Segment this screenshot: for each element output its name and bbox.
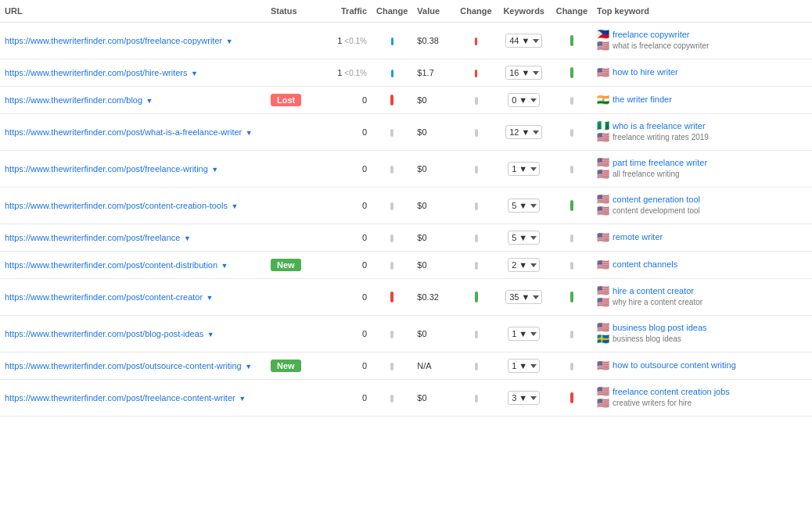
url-dropdown-arrow[interactable]: ▼ <box>229 202 238 210</box>
keywords-select[interactable]: 1 ▼ <box>508 327 540 341</box>
kw-change-cell <box>552 87 592 114</box>
keyword-link[interactable]: part time freelance writer <box>613 158 707 167</box>
url-dropdown-arrow[interactable]: ▼ <box>189 70 198 77</box>
keywords-cell[interactable]: 5 ▼ <box>497 188 552 224</box>
flag-icon: 🇺🇸 <box>597 386 609 396</box>
primary-keyword[interactable]: remote writer <box>613 232 663 242</box>
keywords-cell[interactable]: 1 ▼ <box>497 352 552 380</box>
primary-keyword[interactable]: part time freelance writer <box>613 158 707 167</box>
keyword-row: 🇺🇸creative writers for hire <box>597 398 807 408</box>
keywords-select[interactable]: 1 ▼ <box>508 359 540 373</box>
keywords-select[interactable]: 2 ▼ <box>508 258 540 272</box>
url-cell: https://www.thewriterfinder.com/post/hir… <box>0 59 266 87</box>
traffic-change-cell <box>372 279 412 316</box>
url-dropdown-arrow[interactable]: ▼ <box>205 331 214 338</box>
primary-keyword[interactable]: how to hire writer <box>613 67 678 77</box>
primary-keyword[interactable]: business blog post ideas <box>613 323 706 332</box>
traffic-change-bar <box>390 202 393 210</box>
keywords-select[interactable]: 3 ▼ <box>508 391 540 405</box>
keyword-link[interactable]: how to hire writer <box>613 67 678 77</box>
keywords-select[interactable]: 16 ▼ <box>505 66 542 80</box>
flag-icon: 🇺🇸 <box>597 360 609 370</box>
url-link[interactable]: https://www.thewriterfinder.com/post/blo… <box>5 329 203 338</box>
keyword-link[interactable]: how to outsource content writing <box>613 360 736 370</box>
url-dropdown-arrow[interactable]: ▼ <box>237 395 246 403</box>
status-cell <box>266 59 313 87</box>
url-link[interactable]: https://www.thewriterfinder.com/post/con… <box>5 260 217 270</box>
keywords-cell[interactable]: 16 ▼ <box>497 59 552 87</box>
url-link[interactable]: https://www.thewriterfinder.com/post/hir… <box>5 68 188 77</box>
keywords-cell[interactable]: 5 ▼ <box>497 224 552 252</box>
keyword-link[interactable]: content generation tool <box>613 195 700 204</box>
primary-keyword[interactable]: how to outsource content writing <box>613 360 736 370</box>
keywords-select[interactable]: 44 ▼ <box>505 34 542 48</box>
url-dropdown-arrow[interactable]: ▼ <box>210 166 218 174</box>
url-link[interactable]: https://www.thewriterfinder.com/post/con… <box>5 292 203 302</box>
primary-keyword[interactable]: the writer finder <box>613 95 672 104</box>
col-header-status: Status <box>266 0 313 23</box>
url-dropdown-arrow[interactable]: ▼ <box>219 262 228 270</box>
url-dropdown-arrow[interactable]: ▼ <box>224 38 232 45</box>
traffic-pct: <0.1% <box>344 69 367 77</box>
keywords-cell[interactable]: 44 ▼ <box>497 23 552 59</box>
primary-keyword[interactable]: hire a content creator <box>613 286 694 295</box>
keyword-link[interactable]: the writer finder <box>613 95 672 104</box>
traffic-change-cell <box>372 316 412 352</box>
flag-icon: 🇺🇸 <box>597 132 609 142</box>
status-cell <box>266 380 313 417</box>
keywords-cell[interactable]: 1 ▼ <box>497 316 552 352</box>
value-change-bar <box>475 292 478 302</box>
url-dropdown-arrow[interactable]: ▼ <box>181 234 190 242</box>
traffic-change-cell <box>372 188 412 224</box>
url-dropdown-arrow[interactable]: ▼ <box>204 294 213 302</box>
table-row: https://www.thewriterfinder.com/post/fre… <box>0 151 812 188</box>
keywords-select[interactable]: 12 ▼ <box>505 125 542 139</box>
url-link[interactable]: https://www.thewriterfinder.com/post/out… <box>5 361 242 370</box>
keywords-cell[interactable]: 1 ▼ <box>497 151 552 188</box>
col-header-value-change: Change <box>455 0 496 23</box>
keyword-row: 🇳🇬who is a freelance writer <box>597 120 807 131</box>
url-link[interactable]: https://www.thewriterfinder.com/post/fre… <box>5 164 208 174</box>
keyword-row: 🇺🇸how to hire writer <box>597 67 807 77</box>
table-row: https://www.thewriterfinder.com/post/fre… <box>0 23 812 59</box>
url-link[interactable]: https://www.thewriterfinder.com/post/fre… <box>5 393 235 403</box>
traffic-change-bar <box>390 395 393 403</box>
keyword-link[interactable]: freelance content creation jobs <box>613 387 730 396</box>
keywords-cell[interactable]: 35 ▼ <box>497 279 552 316</box>
url-link[interactable]: https://www.thewriterfinder.com/post/con… <box>5 201 228 210</box>
keyword-link[interactable]: business blog post ideas <box>613 323 706 332</box>
url-dropdown-arrow[interactable]: ▼ <box>144 97 153 105</box>
keywords-cell[interactable]: 12 ▼ <box>497 114 552 151</box>
value-cell: $0 <box>412 188 455 224</box>
keyword-link[interactable]: content channels <box>613 259 677 269</box>
url-link[interactable]: https://www.thewriterfinder.com/post/wha… <box>5 127 242 137</box>
url-link[interactable]: https://www.thewriterfinder.com/post/fre… <box>5 36 222 45</box>
url-cell: https://www.thewriterfinder.com/post/con… <box>0 252 266 279</box>
keyword-link[interactable]: hire a content creator <box>613 286 694 295</box>
keyword-link[interactable]: freelance copywriter <box>613 30 689 39</box>
primary-keyword[interactable]: content channels <box>613 259 677 269</box>
url-link[interactable]: https://www.thewriterfinder.com/post/fre… <box>5 233 180 242</box>
keywords-cell[interactable]: 2 ▼ <box>497 252 552 279</box>
url-link[interactable]: https://www.thewriterfinder.com/blog <box>5 95 142 105</box>
col-header-top-keyword: Top keyword <box>592 0 812 23</box>
keywords-cell[interactable]: 3 ▼ <box>497 380 552 417</box>
keyword-link[interactable]: who is a freelance writer <box>613 121 706 131</box>
keyword-row: 🇺🇸why hire a content creator <box>597 297 807 307</box>
keywords-select[interactable]: 35 ▼ <box>505 290 542 304</box>
table-header-row: URL Status Traffic Change Value Change K… <box>0 0 812 23</box>
primary-keyword[interactable]: who is a freelance writer <box>613 121 706 131</box>
keywords-select[interactable]: 0 ▼ <box>508 93 540 107</box>
keywords-cell[interactable]: 0 ▼ <box>497 87 552 114</box>
primary-keyword[interactable]: content generation tool <box>613 195 700 204</box>
url-dropdown-arrow[interactable]: ▼ <box>243 363 252 370</box>
keyword-link[interactable]: remote writer <box>613 232 663 242</box>
keywords-select[interactable]: 1 ▼ <box>508 162 540 176</box>
url-dropdown-arrow[interactable]: ▼ <box>243 129 252 137</box>
traffic-change-cell <box>372 87 412 114</box>
keywords-select[interactable]: 5 ▼ <box>508 231 540 245</box>
col-header-traffic-change: Change <box>372 0 412 23</box>
primary-keyword[interactable]: freelance content creation jobs <box>613 387 730 396</box>
primary-keyword[interactable]: freelance copywriter <box>613 30 689 39</box>
keywords-select[interactable]: 5 ▼ <box>508 199 540 213</box>
